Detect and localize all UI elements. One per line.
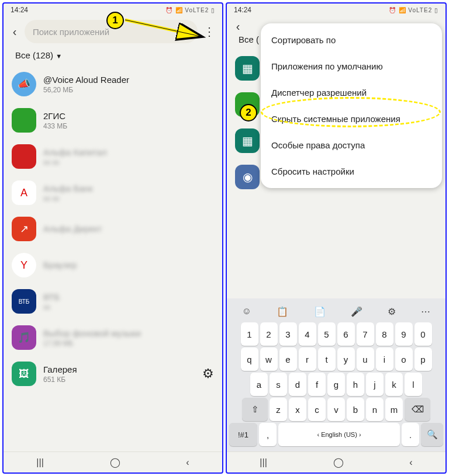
key[interactable]: y	[337, 348, 355, 371]
symbols-key[interactable]: !#1	[229, 423, 257, 446]
menu-item[interactable]: Сортировать по	[261, 27, 442, 53]
key[interactable]: 6	[337, 322, 355, 346]
kb-tool-icon[interactable]: ⋯	[421, 306, 430, 317]
search-key[interactable]: 🔍	[421, 423, 443, 446]
app-size: 651 КБ	[43, 376, 195, 384]
app-text: Браузер	[43, 260, 214, 271]
nav-recent-icon[interactable]: |||	[36, 457, 43, 468]
menu-item[interactable]: Приложения по умолчанию	[261, 53, 442, 79]
app-name: Альфа Директ	[43, 224, 214, 234]
app-row[interactable]: 🖼 Галерея 651 КБ ⚙	[4, 356, 222, 392]
gear-icon[interactable]: ⚙	[202, 366, 214, 381]
phone-right: 14:24 ⏰ 📶 VoLTE2 ▯ ‹ Все ( ▦ 2ГИС 433 МБ…	[226, 2, 447, 474]
backspace-key[interactable]: ⌫	[405, 398, 430, 421]
app-icon	[12, 144, 36, 169]
app-row[interactable]: ↗ Альфа Директ	[4, 211, 222, 247]
app-icon: ВТБ	[12, 289, 36, 314]
key[interactable]: i	[376, 348, 393, 371]
key[interactable]: n	[366, 398, 384, 421]
key[interactable]: 8	[376, 322, 393, 346]
key[interactable]: k	[385, 373, 403, 396]
status-bar: 14:24 ⏰ 📶 VoLTE2 ▯	[227, 4, 445, 16]
annotation-arrow	[124, 14, 212, 43]
key[interactable]: 5	[318, 322, 336, 346]
app-text: Галерея 651 КБ	[43, 364, 195, 384]
app-row[interactable]: Альфа Капитал хх хх	[4, 138, 222, 175]
key[interactable]: x	[289, 398, 306, 421]
key[interactable]: v	[327, 398, 345, 421]
filter-dropdown[interactable]: Все (128) ▼	[4, 47, 222, 66]
app-name: Альфа Банк	[43, 183, 214, 193]
kb-tool-icon[interactable]: ☺	[242, 306, 251, 317]
nav-back-icon[interactable]: ‹	[409, 457, 412, 468]
menu-item[interactable]: Сбросить настройки	[261, 158, 442, 185]
key[interactable]: s	[270, 373, 287, 396]
chevron-down-icon: ▼	[56, 53, 62, 60]
kb-tool-icon[interactable]: 🎤	[351, 306, 362, 317]
app-name: Выбор фоновой музыки	[43, 328, 214, 338]
key[interactable]: 7	[357, 322, 374, 346]
menu-item[interactable]: Особые права доступа	[261, 132, 442, 158]
status-icons: ⏰ 📶 VoLTE2 ▯	[389, 7, 438, 13]
key[interactable]: f	[308, 373, 326, 396]
annotation-badge-2: 2	[240, 104, 257, 121]
menu-item[interactable]: Скрыть системные приложения	[261, 106, 442, 132]
app-size: хх хх	[43, 194, 214, 203]
key[interactable]: 0	[415, 322, 432, 346]
key[interactable]: 1	[241, 322, 258, 346]
kb-tool-icon[interactable]: 📋	[277, 306, 288, 317]
back-button[interactable]: ‹	[9, 25, 20, 39]
nav-recent-icon[interactable]: |||	[260, 457, 267, 468]
app-row[interactable]: A Альфа Банк хх хх	[4, 175, 222, 211]
kb-tool-icon[interactable]: 📄	[314, 306, 326, 317]
key[interactable]: h	[347, 373, 364, 396]
key[interactable]: 4	[299, 322, 316, 346]
key[interactable]: m	[385, 398, 403, 421]
key[interactable]: q	[241, 348, 258, 371]
app-icon: ▦	[235, 128, 260, 153]
app-icon: 🎵	[12, 325, 36, 350]
key[interactable]: 3	[279, 322, 297, 346]
app-size: хх	[43, 303, 214, 311]
kb-tool-icon[interactable]: ⚙	[388, 306, 396, 317]
nav-back-icon[interactable]: ‹	[186, 457, 189, 468]
key[interactable]: p	[415, 348, 432, 371]
nav-bar: ||| ◯ ‹	[227, 451, 445, 472]
comma-key[interactable]: ,	[259, 423, 277, 446]
app-text: Выбор фоновой музыки 17,59 МБ	[43, 328, 214, 348]
app-size: хх хх	[43, 158, 214, 166]
key[interactable]: c	[308, 398, 326, 421]
menu-item[interactable]: Диспетчер разрешений	[261, 79, 442, 106]
shift-key[interactable]: ⇧	[242, 398, 268, 421]
key[interactable]: l	[405, 373, 422, 396]
app-name: Браузер	[43, 260, 214, 270]
search-placeholder: Поиск приложений	[33, 27, 109, 37]
app-row[interactable]: ВТБ ВТБ хх	[4, 283, 222, 319]
key[interactable]: w	[260, 348, 278, 371]
key[interactable]: e	[279, 348, 297, 371]
key[interactable]: b	[347, 398, 364, 421]
key[interactable]: u	[357, 348, 374, 371]
nav-home-icon[interactable]: ◯	[110, 457, 120, 468]
app-list: 📣 @Voice Aloud Reader 56,20 МБ 2ГИС 433 …	[4, 66, 222, 451]
space-key[interactable]: ‹ English (US) ›	[278, 423, 400, 446]
app-row[interactable]: 📣 @Voice Aloud Reader 56,20 МБ	[4, 66, 222, 102]
app-row[interactable]: 2ГИС 433 МБ	[4, 102, 222, 138]
key[interactable]: 2	[260, 322, 278, 346]
status-time: 14:24	[234, 6, 251, 14]
app-row[interactable]: Y Браузер	[4, 247, 222, 283]
keyboard-toolbar: ☺📋📄🎤⚙⋯	[229, 302, 443, 321]
key[interactable]: j	[366, 373, 384, 396]
nav-home-icon[interactable]: ◯	[333, 457, 344, 468]
key[interactable]: r	[299, 348, 316, 371]
period-key[interactable]: .	[402, 423, 419, 446]
key[interactable]: t	[318, 348, 336, 371]
app-icon: 🖼	[12, 362, 36, 386]
key[interactable]: g	[327, 373, 345, 396]
app-row[interactable]: 🎵 Выбор фоновой музыки 17,59 МБ	[4, 319, 222, 356]
key[interactable]: d	[289, 373, 306, 396]
key[interactable]: z	[270, 398, 287, 421]
key[interactable]: 9	[395, 322, 413, 346]
key[interactable]: a	[250, 373, 268, 396]
key[interactable]: o	[395, 348, 413, 371]
